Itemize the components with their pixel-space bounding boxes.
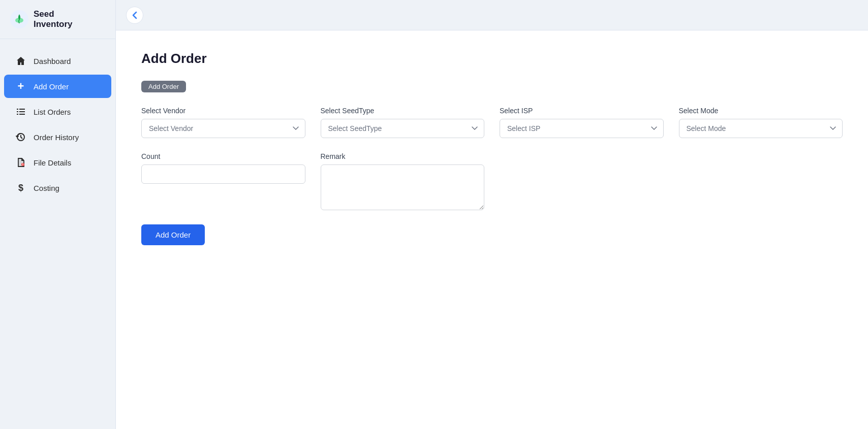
svg-rect-2 (17, 109, 18, 110)
svg-rect-7 (19, 114, 25, 115)
back-button[interactable] (126, 7, 143, 24)
sidebar: Seed Inventory Dashboard + Add Order Lis… (0, 0, 116, 429)
seedtype-label: Select SeedType (321, 107, 485, 115)
breadcrumb-badge: Add Order (141, 81, 186, 92)
vendor-group: Select Vendor Select Vendor (141, 107, 305, 138)
sidebar-item-label: Add Order (34, 82, 69, 91)
sidebar-item-order-history[interactable]: Order History (4, 125, 111, 149)
dollar-icon: $ (15, 182, 26, 193)
seedtype-group: Select SeedType Select SeedType (321, 107, 485, 138)
file-icon (15, 157, 26, 168)
sidebar-item-label: List Orders (34, 108, 71, 116)
count-group: Count (141, 152, 305, 210)
svg-rect-3 (19, 109, 25, 110)
isp-group: Select ISP Select ISP (500, 107, 664, 138)
mode-group: Select Mode Select Mode (679, 107, 843, 138)
svg-rect-4 (17, 111, 18, 112)
page-title: Add Order (141, 51, 843, 67)
sidebar-nav: Dashboard + Add Order List Orders Order … (0, 39, 115, 210)
remark-label: Remark (321, 152, 485, 160)
home-icon (15, 55, 26, 67)
logo-area: Seed Inventory (0, 0, 115, 39)
isp-select[interactable]: Select ISP (500, 119, 664, 138)
svg-rect-6 (17, 114, 18, 115)
form-row-inputs: Count Remark (141, 152, 843, 210)
remark-textarea[interactable] (321, 164, 485, 210)
sidebar-item-dashboard[interactable]: Dashboard (4, 49, 111, 73)
form-row-dropdowns: Select Vendor Select Vendor Select SeedT… (141, 107, 843, 138)
topbar (116, 0, 868, 30)
sidebar-item-label: Order History (34, 133, 79, 142)
content-area: Add Order Add Order Select Vendor Select… (116, 30, 868, 429)
count-label: Count (141, 152, 305, 160)
svg-point-10 (23, 165, 23, 166)
sidebar-item-label: Dashboard (34, 57, 71, 65)
sidebar-item-label: Costing (34, 184, 59, 192)
history-icon (15, 131, 26, 143)
mode-label: Select Mode (679, 107, 843, 115)
mode-select[interactable]: Select Mode (679, 119, 843, 138)
vendor-label: Select Vendor (141, 107, 305, 115)
sidebar-item-costing[interactable]: $ Costing (4, 176, 111, 200)
sidebar-item-list-orders[interactable]: List Orders (4, 100, 111, 123)
list-icon (15, 106, 26, 117)
plus-icon: + (15, 81, 26, 92)
count-input[interactable] (141, 164, 305, 184)
vendor-select[interactable]: Select Vendor (141, 119, 305, 138)
logo-text: Seed Inventory (34, 9, 73, 29)
sidebar-item-label: File Details (34, 158, 71, 167)
logo-icon (10, 10, 28, 28)
isp-label: Select ISP (500, 107, 664, 115)
svg-rect-5 (19, 111, 25, 112)
sidebar-item-file-details[interactable]: File Details (4, 151, 111, 174)
sidebar-item-add-order[interactable]: + Add Order (4, 75, 111, 98)
main-area: Add Order Add Order Select Vendor Select… (116, 0, 868, 429)
remark-group: Remark (321, 152, 485, 210)
seedtype-select[interactable]: Select SeedType (321, 119, 485, 138)
submit-add-order-button[interactable]: Add Order (141, 224, 205, 245)
